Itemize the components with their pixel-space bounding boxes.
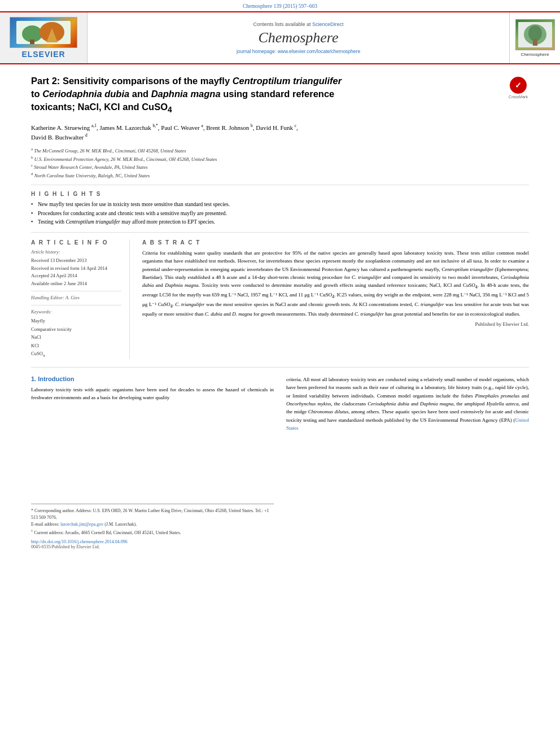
affiliation-a: a The McConnell Group, 26 W. MLK Blvd., … <box>31 146 529 155</box>
page-wrapper: Chemosphere 139 (2015) 597–603 ELS <box>0 0 560 558</box>
affiliation-d: d North Carolina State University, Ralei… <box>31 171 529 180</box>
doi-link[interactable]: http://dx.doi.org/10.1016/j.chemosphere.… <box>31 539 128 544</box>
introduction-section: 1. Introduction Laboratory toxicity test… <box>31 375 529 549</box>
affiliation-c: c Stroud Water Research Center, Avondale… <box>31 163 529 171</box>
revised-date: Received in revised form 14 April 2014 <box>31 265 121 273</box>
svg-rect-3 <box>30 40 34 44</box>
chemosphere-logo-area: Chemosphere <box>509 12 560 63</box>
article-title-section: Part 2: Sensitivity comparisons of the m… <box>31 75 529 116</box>
affiliations-section: a The McConnell Group, 26 W. MLK Blvd., … <box>31 146 529 185</box>
article-info-col: A R T I C L E I N F O Article history: R… <box>31 239 130 359</box>
doi-line: http://dx.doi.org/10.1016/j.chemosphere.… <box>31 539 274 544</box>
abstract-col: A B S T R A C T Criteria for establishin… <box>142 239 529 359</box>
contents-line: Contents lists available at ScienceDirec… <box>253 21 343 27</box>
svg-rect-9 <box>533 39 537 46</box>
article-title: Part 2: Sensitivity comparisons of the m… <box>31 75 501 116</box>
chemosphere-image <box>515 19 555 50</box>
united-states-link[interactable]: United States <box>286 417 529 431</box>
journal-ref-text: Chemosphere 139 (2015) 597–603 <box>243 3 317 9</box>
journal-name: Chemosphere <box>258 29 338 46</box>
footnote-current-address: 1 Current address: Arcadis, 4665 Cornell… <box>31 528 274 536</box>
crossmark-icon: ✓ CrossMark <box>508 77 529 99</box>
keyword-kcl: KCl <box>31 342 121 350</box>
highlights-section: H I G H L I G H T S New mayfly test spec… <box>31 191 529 233</box>
journal-homepage: journal homepage: www.elsevier.com/locat… <box>237 49 360 54</box>
intro-left: 1. Introduction Laboratory toxicity test… <box>31 375 274 549</box>
elsevier-logo-area: ELSEVIER <box>0 12 88 63</box>
published-by: Published by Elsevier Ltd. <box>142 321 529 327</box>
abstract-heading: A B S T R A C T <box>142 239 529 246</box>
two-col-section: A R T I C L E I N F O Article history: R… <box>31 239 529 368</box>
email-link[interactable]: lazorchak.jim@epa.gov <box>60 522 103 527</box>
authors-line: Katherine A. Struewing a,1, James M. Laz… <box>31 123 529 142</box>
chemosphere-small-label: Chemosphere <box>520 52 549 57</box>
intro-right: criteria. All most all laboratory toxici… <box>286 375 529 549</box>
affiliation-b: b U.S. Environmental Protection Agency, … <box>31 155 529 163</box>
highlights-heading: H I G H L I G H T S <box>31 191 529 197</box>
header-center: Contents lists available at ScienceDirec… <box>88 12 509 63</box>
issn-line: 0045-6535/Published by Elsevier Ltd. <box>31 544 274 549</box>
handling-label: Handling Editor: A. Gies <box>31 295 121 300</box>
keyword-cuso4: CuSO4 <box>31 350 121 359</box>
keyword-mayfly: Mayfly <box>31 317 121 325</box>
highlight-2: Procedures for conducting acute and chro… <box>31 209 529 218</box>
highlight-3: Testing with Centroptilum triangulifer m… <box>31 218 529 226</box>
keyword-comparative: Comparative toxicity <box>31 325 121 333</box>
svg-point-8 <box>528 25 542 41</box>
available-date: Available online 2 June 2014 <box>31 280 121 288</box>
keywords-label: Keywords: <box>31 309 121 314</box>
article-info-heading: A R T I C L E I N F O <box>31 239 121 246</box>
footnote-email: E-mail address: lazorchak.jim@epa.gov (J… <box>31 521 274 528</box>
accepted-date: Accepted 24 April 2014 <box>31 272 121 280</box>
footnotes-section: * Corresponding author. Address: U.S. EP… <box>31 504 274 536</box>
header-area: ELSEVIER Contents lists available at Sci… <box>0 12 560 64</box>
main-content: Part 2: Sensitivity comparisons of the m… <box>0 64 560 558</box>
handling-editor: Handling Editor: A. Gies <box>31 291 121 300</box>
received-date: Received 13 December 2013 <box>31 257 121 265</box>
keywords-section: Keywords: Mayfly Comparative toxicity Na… <box>31 305 121 359</box>
highlight-1: New mayfly test species for use in toxic… <box>31 200 529 209</box>
sciencedirect-link[interactable]: ScienceDirect <box>312 21 344 27</box>
crossmark-label: CrossMark <box>509 95 528 99</box>
journal-ref-top: Chemosphere 139 (2015) 597–603 <box>0 0 560 12</box>
footnote-corresponding: * Corresponding author. Address: U.S. EP… <box>31 508 274 521</box>
intro-right-text: criteria. All most all laboratory toxici… <box>286 375 529 433</box>
intro-left-text: Laboratory toxicity tests with aquatic o… <box>31 386 274 402</box>
elsevier-image <box>10 17 77 48</box>
keyword-nacl: NaCl <box>31 333 121 341</box>
crossmark-circle: ✓ <box>510 77 527 94</box>
history-label: Article history: <box>31 249 121 255</box>
elsevier-logo-box: ELSEVIER <box>10 17 77 59</box>
intro-title: 1. Introduction <box>31 375 274 382</box>
authors-section: Katherine A. Struewing a,1, James M. Laz… <box>31 123 529 142</box>
abstract-text: Criteria for establishing water quality … <box>142 249 529 318</box>
elsevier-text: ELSEVIER <box>21 50 65 59</box>
article-title-text: Part 2: Sensitivity comparisons of the m… <box>31 75 501 116</box>
